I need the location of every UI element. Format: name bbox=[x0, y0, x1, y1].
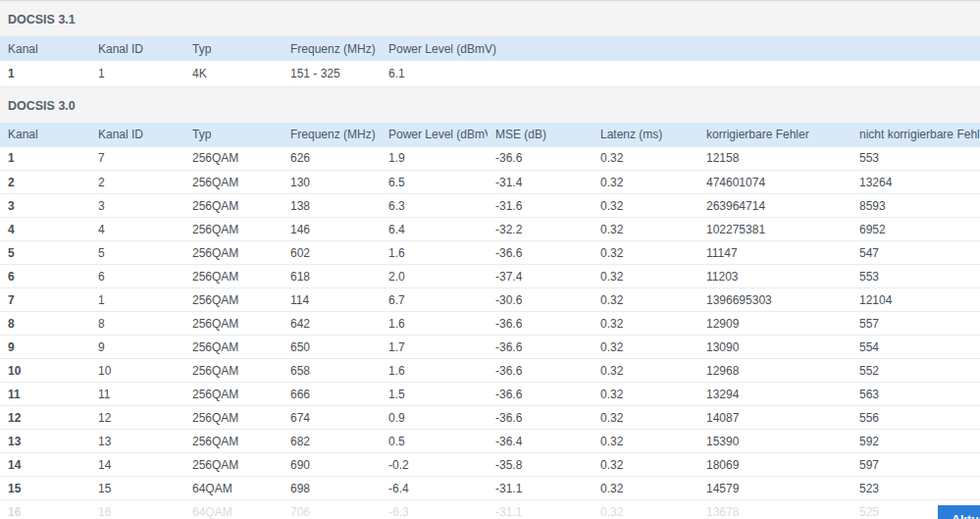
table-cell: 0.32 bbox=[593, 171, 698, 194]
table-cell: 11 bbox=[0, 383, 90, 406]
table-cell: 0.32 bbox=[593, 241, 698, 265]
table-row: 151564QAM698-6.4-31.10.3214579523 bbox=[0, 477, 980, 500]
table-cell: 2.0 bbox=[381, 265, 488, 288]
table-cell: 592 bbox=[851, 430, 980, 453]
table-cell: 7 bbox=[90, 147, 184, 171]
table-cell: 256QAM bbox=[184, 241, 283, 265]
table-row: 66256QAM6182.0-37.40.3211203553 bbox=[0, 265, 980, 288]
table-cell: 1396695303 bbox=[698, 288, 851, 312]
table-cell: 0.32 bbox=[593, 194, 698, 218]
table-cell: 553 bbox=[851, 147, 980, 171]
table-cell: 0.32 bbox=[593, 147, 698, 171]
table-cell: 12158 bbox=[698, 147, 851, 171]
table-cell: 0.32 bbox=[593, 312, 698, 336]
column-header: Kanal bbox=[0, 123, 90, 147]
column-header: Typ bbox=[184, 123, 283, 147]
table-cell: 0.32 bbox=[593, 265, 698, 288]
table-row: 22256QAM1306.5-31.40.3247460107413264 bbox=[0, 171, 980, 194]
table-cell: 14 bbox=[90, 453, 184, 477]
table-cell: 4 bbox=[90, 218, 184, 241]
table-cell: 626 bbox=[283, 147, 381, 171]
table-cell: 14 bbox=[0, 453, 90, 477]
table-cell: 5 bbox=[90, 241, 184, 265]
table-cell: 5 bbox=[0, 241, 90, 265]
table-cell: 9 bbox=[0, 336, 90, 359]
section-title: DOCSIS 3.1 bbox=[0, 1, 980, 36]
table-cell: -36.6 bbox=[488, 383, 593, 406]
table-cell: 552 bbox=[851, 359, 980, 383]
sections: DOCSIS 3.1KanalKanal IDTypFrequenz (MHz)… bbox=[0, 1, 980, 519]
table-cell: 2 bbox=[90, 171, 184, 194]
table-cell: 138 bbox=[283, 194, 381, 218]
table-cell: 553 bbox=[851, 265, 980, 288]
table-cell: 1 bbox=[90, 61, 184, 86]
table-cell: 256QAM bbox=[184, 171, 283, 194]
table-cell: 146 bbox=[283, 218, 381, 241]
table-cell: 1 bbox=[0, 147, 90, 171]
column-header: Frequenz (MHz) bbox=[283, 123, 381, 147]
table-cell: 6.3 bbox=[381, 194, 488, 218]
table-cell: 256QAM bbox=[184, 359, 283, 383]
table-cell: 64QAM bbox=[184, 500, 283, 519]
table-cell: 6.7 bbox=[381, 288, 488, 312]
table-row: 88256QAM6421.6-36.60.3212909557 bbox=[0, 312, 980, 336]
table-cell: 13090 bbox=[698, 336, 851, 359]
table-row: 55256QAM6021.6-36.60.3211147547 bbox=[0, 241, 980, 265]
table-cell: 1 bbox=[0, 61, 90, 86]
table-cell: 3 bbox=[0, 194, 90, 218]
table-cell: 6952 bbox=[851, 218, 980, 241]
table-cell: 666 bbox=[283, 383, 381, 406]
table-cell: -37.4 bbox=[488, 265, 593, 288]
table-cell: 0.32 bbox=[593, 288, 698, 312]
table-row: 1010256QAM6581.6-36.60.3212968552 bbox=[0, 359, 980, 383]
column-header: MSE (dB) bbox=[488, 123, 593, 147]
table-cell: 256QAM bbox=[184, 147, 283, 171]
table-cell: 706 bbox=[283, 500, 381, 519]
table-cell: 698 bbox=[283, 477, 381, 500]
column-header: Power Level (dBmV) bbox=[381, 123, 488, 147]
table-cell: 102275381 bbox=[698, 218, 851, 241]
table-cell: 2 bbox=[0, 171, 90, 194]
table-cell: 0.32 bbox=[593, 359, 698, 383]
table-cell: 523 bbox=[851, 477, 980, 500]
table-cell: 0.32 bbox=[593, 430, 698, 453]
table-cell: 0.32 bbox=[593, 406, 698, 430]
table-cell: 602 bbox=[283, 241, 381, 265]
table-cell: 11 bbox=[90, 383, 184, 406]
table-row: 1313256QAM6820.5-36.40.3215390592 bbox=[0, 430, 980, 453]
table-cell: 1.6 bbox=[381, 241, 488, 265]
table-cell: 130 bbox=[283, 171, 381, 194]
table-row: 17256QAM6261.9-36.60.3212158553 bbox=[0, 147, 980, 171]
table-cell: 8593 bbox=[851, 194, 980, 218]
column-header: Frequenz (MHz) bbox=[283, 36, 381, 61]
table-cell: 256QAM bbox=[184, 288, 283, 312]
column-header: nicht korrigierbare Fehler bbox=[851, 123, 980, 147]
table-cell: 11203 bbox=[698, 265, 851, 288]
channel-table: KanalKanal IDTypFrequenz (MHz)Power Leve… bbox=[0, 36, 980, 87]
table-row: 44256QAM1466.4-32.20.321022753816952 bbox=[0, 218, 980, 241]
table-cell: 0.32 bbox=[593, 336, 698, 359]
refresh-button[interactable]: Aktualisieren bbox=[938, 505, 980, 519]
table-row: 114K151 - 3256.1 bbox=[0, 61, 980, 86]
table-cell: -36.6 bbox=[488, 406, 593, 430]
table-cell: -36.6 bbox=[488, 147, 593, 171]
table-header-row: KanalKanal IDTypFrequenz (MHz)Power Leve… bbox=[0, 36, 980, 61]
table-cell: 13 bbox=[90, 430, 184, 453]
table-cell: 10 bbox=[90, 359, 184, 383]
table-cell: 256QAM bbox=[184, 194, 283, 218]
table-cell: 13294 bbox=[698, 383, 851, 406]
table-cell: 12104 bbox=[851, 288, 980, 312]
table-cell: 563 bbox=[851, 383, 980, 406]
table-cell: -31.1 bbox=[488, 500, 593, 519]
table-cell: 18069 bbox=[698, 453, 851, 477]
table-cell: 10 bbox=[0, 359, 90, 383]
table-cell: 1.6 bbox=[381, 312, 488, 336]
table-cell: 4 bbox=[0, 218, 90, 241]
table-cell: 15 bbox=[0, 477, 90, 500]
table-cell: 6.1 bbox=[381, 61, 980, 86]
table-cell: -36.6 bbox=[488, 336, 593, 359]
column-header: Latenz (ms) bbox=[593, 123, 698, 147]
table-cell: 13 bbox=[0, 430, 90, 453]
table-row: 1414256QAM690-0.2-35.80.3218069597 bbox=[0, 453, 980, 477]
table-cell: 3 bbox=[90, 194, 184, 218]
